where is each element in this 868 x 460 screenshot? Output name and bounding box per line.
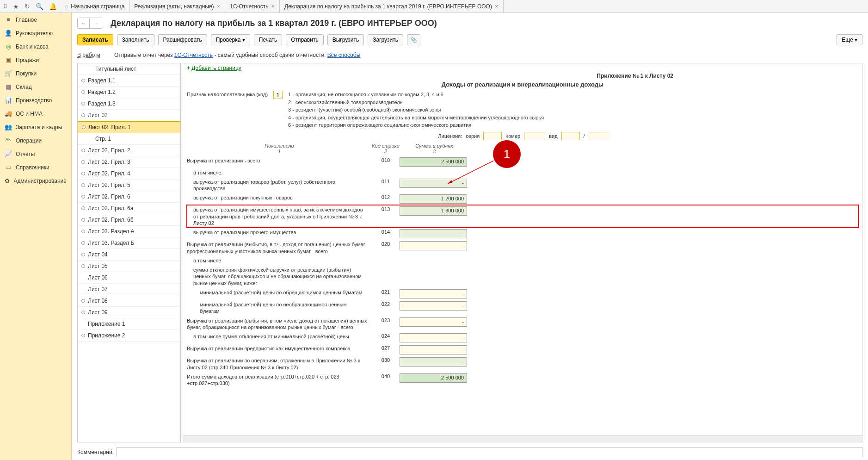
comment-input[interactable] (117, 447, 862, 457)
tree-node[interactable]: Лист 02. Прил. 4 (78, 168, 180, 180)
value-cell[interactable]: - (400, 289, 467, 298)
nav-icon: ✿ (5, 177, 10, 184)
nav-item[interactable]: ▦Склад (0, 80, 71, 93)
tree-node[interactable]: Титульный лист (78, 63, 180, 75)
tree-node[interactable]: Лист 03. Раздел А (78, 226, 180, 237)
tree-node[interactable]: Лист 02. Прил. 2 (78, 145, 180, 156)
license-row: Лицензия: серия номер вид / (187, 132, 858, 140)
license-type2-input[interactable] (589, 132, 607, 140)
nav-item[interactable]: ✿Администрирование (0, 174, 71, 187)
print-button[interactable]: Печать (254, 34, 282, 45)
save-button[interactable]: Записать (77, 34, 113, 45)
tree-node[interactable]: Раздел 1.2 (78, 87, 180, 98)
tab[interactable]: ⌂Начальная страница (60, 0, 129, 13)
tree-node[interactable]: Стр. 1 (78, 133, 180, 145)
row-value: - (400, 289, 469, 298)
value-cell[interactable]: 1 200 000 (400, 194, 467, 204)
bullet-icon (81, 195, 85, 199)
tab[interactable]: Реализация (акты, накладные)× (129, 0, 225, 13)
value-cell[interactable]: - (400, 357, 467, 367)
decode-button[interactable]: Расшифровать (158, 34, 207, 45)
tree-node[interactable]: Лист 02 (78, 110, 180, 121)
column-headers: Показатели1 Код строки2 Сумма в рублях3 (187, 143, 858, 154)
row-value: - (400, 357, 469, 367)
tree-node[interactable]: Лист 09 (78, 307, 180, 318)
tree-node[interactable]: Лист 02. Прил. 5 (78, 180, 180, 191)
nav-label: Продажи (16, 57, 39, 63)
value-cell[interactable]: - (400, 317, 467, 327)
attach-button[interactable]: 📎 (407, 34, 420, 45)
close-icon[interactable]: × (495, 3, 499, 10)
tree-node[interactable]: Лист 05 (78, 261, 180, 272)
tree-node[interactable]: Лист 02. Прил. 6 (78, 191, 180, 203)
nav-item[interactable]: ▭Справочники (0, 161, 71, 174)
forward-button[interactable]: → (90, 18, 102, 28)
tree-node[interactable]: Лист 07 (78, 284, 180, 295)
tree-node[interactable]: Раздел 1.3 (78, 98, 180, 110)
nav-item[interactable]: 📈Отчеты (0, 147, 71, 161)
tree-node[interactable]: Приложение 1 (78, 318, 180, 330)
check-button[interactable]: Проверка ▾ (211, 34, 250, 45)
tree-node[interactable]: Приложение 2 (78, 330, 180, 342)
horizontal-scrollbar[interactable] (183, 435, 862, 442)
license-series-input[interactable] (483, 132, 502, 140)
value-cell[interactable]: - (400, 345, 467, 354)
value-cell[interactable]: - (400, 229, 467, 238)
nav-item[interactable]: ▣Продажи (0, 53, 71, 67)
nav-item[interactable]: ᴬᵏОперации (0, 134, 71, 147)
value-cell[interactable]: - (400, 333, 467, 342)
link-1c-report[interactable]: 1С-Отчетность (174, 52, 213, 58)
nav-item[interactable]: 👥Зарплата и кадры (0, 120, 71, 134)
value-cell[interactable]: - (400, 301, 467, 311)
nav-item[interactable]: ◎Банк и касса (0, 40, 71, 53)
star-icon[interactable]: ★ (13, 3, 19, 10)
value-cell[interactable]: 1 300 000 (400, 206, 467, 216)
close-icon[interactable]: × (271, 3, 275, 10)
license-number-input[interactable] (524, 132, 545, 140)
value-cell[interactable]: 2 500 000 (400, 157, 467, 167)
fill-button[interactable]: Заполнить (117, 34, 154, 45)
nav-item[interactable]: 🛒Покупки (0, 67, 71, 80)
report-status[interactable]: В работе (77, 52, 100, 58)
bullet-icon (81, 149, 85, 152)
tab-label: Декларация по налогу на прибыль за 1 ква… (284, 3, 492, 10)
tree-label: Лист 02. Прил. 3 (88, 159, 130, 165)
back-button[interactable]: ← (78, 18, 90, 28)
taxpayer-code-input[interactable] (273, 91, 283, 99)
row-label: Выручка от реализации по операциям, отра… (187, 357, 372, 371)
tree-node[interactable]: Лист 06 (78, 272, 180, 284)
close-icon[interactable]: × (217, 3, 221, 10)
nav-item[interactable]: 👤Руководителю (0, 26, 71, 40)
more-button[interactable]: Еще ▾ (837, 34, 862, 45)
nav-item[interactable]: 📊Производство (0, 93, 71, 107)
apps-icon[interactable]: ⠿ (3, 3, 7, 10)
row-code: 011 (372, 179, 400, 184)
tab[interactable]: 1С-Отчетность× (225, 0, 280, 13)
row-code: 040 (372, 373, 400, 379)
tree-node[interactable]: Лист 02. Прил. 3 (78, 156, 180, 168)
tree-node[interactable]: Лист 02. Прил. 6б (78, 214, 180, 226)
form-scroll[interactable]: Приложение № 1 к Листу 02 Доходы от реал… (183, 73, 862, 435)
bell-icon[interactable]: 🔔 (49, 3, 57, 10)
value-cell[interactable]: 2 500 000 (400, 373, 467, 383)
nav-item[interactable]: 🚚ОС и НМА (0, 107, 71, 120)
license-type1-input[interactable] (561, 132, 580, 140)
send-button[interactable]: Отправить (286, 34, 324, 45)
search-icon[interactable]: 🔍 (36, 3, 43, 10)
history-icon[interactable]: ↻ (25, 3, 30, 10)
value-cell[interactable]: - (400, 241, 467, 250)
import-button[interactable]: Загрузить (368, 34, 403, 45)
tree-node[interactable]: Лист 02. Прил. 6а (78, 203, 180, 214)
tree-node[interactable]: Раздел 1.1 (78, 75, 180, 87)
add-page-link[interactable]: + Добавить страницу (183, 63, 862, 73)
nav-item[interactable]: ≡Главное (0, 13, 71, 26)
export-button[interactable]: Выгрузить (327, 34, 364, 45)
tree-node[interactable]: Лист 08 (78, 295, 180, 307)
value-cell[interactable]: - (400, 179, 467, 188)
row-label: выручка от реализации имущественных прав… (187, 206, 372, 226)
tree-node[interactable]: Лист 02. Прил. 1 (78, 121, 180, 133)
tree-node[interactable]: Лист 03. Раздел Б (78, 237, 180, 249)
tab[interactable]: Декларация по налогу на прибыль за 1 ква… (280, 0, 503, 13)
link-all-ways[interactable]: Все способы (327, 52, 361, 58)
tree-node[interactable]: Лист 04 (78, 249, 180, 261)
